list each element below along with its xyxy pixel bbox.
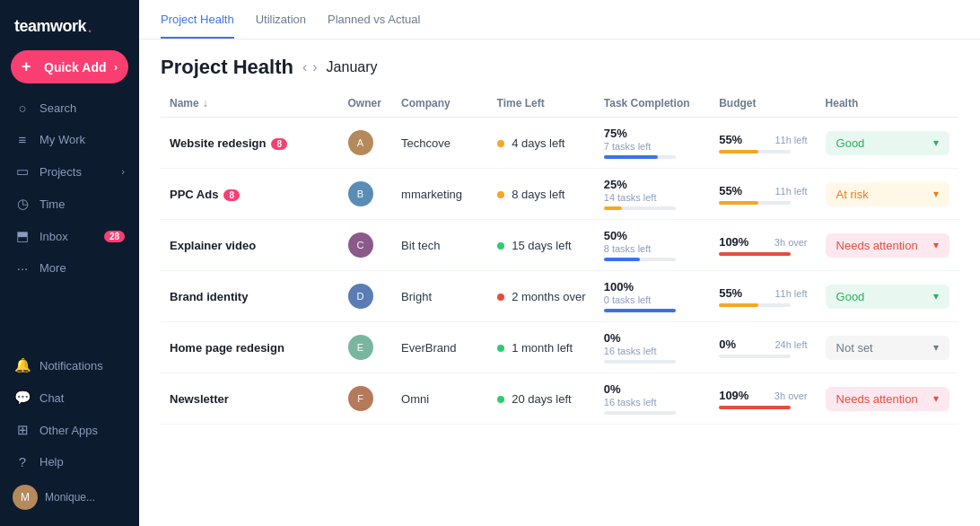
table-row: PPC Ads8 B mmarketing 8 days left 25% 14… [161, 169, 958, 220]
task-bar-fill [604, 206, 622, 210]
cell-owner: B [339, 169, 393, 220]
cell-name: PPC Ads8 [161, 169, 339, 220]
avatar: F [348, 386, 373, 411]
table-row: Brand identity D Bright 2 months over 10… [161, 271, 958, 322]
col-header-name[interactable]: Name↓ [161, 90, 339, 118]
task-sub: 14 tasks left [604, 192, 701, 203]
cell-owner: E [339, 322, 393, 373]
quick-add-button[interactable]: + Quick Add › [11, 50, 128, 83]
sidebar-item-label: More [39, 261, 66, 275]
avatar: B [348, 181, 373, 206]
sidebar-bottom: 🔔 Notifications 💬 Chat ⊞ Other Apps ? He… [0, 349, 139, 526]
sidebar-item-my-work[interactable]: ≡ My Work [0, 124, 139, 155]
table-body: Website redesign8 A Techcove 4 days left… [161, 118, 958, 425]
health-chevron-icon: ▾ [933, 188, 939, 200]
health-label: Not set [836, 341, 873, 355]
health-badge[interactable]: At risk ▾ [826, 182, 949, 206]
cell-owner: D [339, 271, 393, 322]
project-name: Home page redesign [170, 341, 284, 355]
sidebar-item-projects[interactable]: ▭ Projects › [0, 155, 139, 188]
col-header-health[interactable]: Health [817, 90, 958, 118]
sidebar-item-chat[interactable]: 💬 Chat [0, 381, 139, 414]
task-pct: 75% [604, 127, 701, 140]
my-work-icon: ≡ [14, 132, 31, 147]
user-name: Monique... [45, 491, 95, 504]
health-label: Needs attention [836, 392, 918, 406]
other-apps-icon: ⊞ [14, 422, 31, 438]
sidebar-item-time[interactable]: ◷ Time [0, 188, 139, 220]
chevron-right-icon: › [121, 166, 125, 177]
sidebar-item-search[interactable]: ○ Search [0, 92, 139, 124]
cell-task-completion: 0% 16 tasks left [595, 373, 710, 425]
health-badge[interactable]: Good ▾ [826, 131, 949, 155]
task-bar-bg [604, 309, 676, 312]
task-sub: 0 tasks left [604, 294, 701, 305]
health-chevron-icon: ▾ [933, 239, 939, 251]
health-label: Needs attention [836, 239, 918, 252]
cell-time-left: 4 days left [488, 118, 595, 169]
sidebar-item-label: Notifications [39, 359, 103, 373]
time-dot [497, 140, 504, 147]
cell-budget: 55% 11h left [710, 271, 816, 322]
task-pct: 25% [604, 178, 701, 191]
col-header-budget[interactable]: Budget [710, 90, 816, 118]
col-header-task-completion[interactable]: Task Completion [595, 90, 710, 118]
health-badge[interactable]: Good ▾ [826, 285, 949, 309]
cell-company: mmarketing [392, 169, 487, 220]
help-icon: ? [14, 454, 31, 469]
month-label: January [327, 59, 378, 75]
health-label: Good [836, 136, 865, 150]
time-left-value: 1 month left [512, 341, 573, 355]
cell-health: At risk ▾ [817, 169, 958, 220]
time-icon: ◷ [14, 196, 31, 212]
sidebar-item-inbox[interactable]: ⬒ Inbox 28 [0, 220, 139, 252]
health-chevron-icon: ▾ [933, 341, 939, 354]
avatar: E [348, 335, 373, 360]
month-nav[interactable]: ‹ › [302, 59, 318, 75]
health-badge[interactable]: Needs attention ▾ [826, 233, 949, 258]
cell-name: Home page redesign [161, 322, 339, 373]
budget-pct: 109% [719, 235, 748, 249]
cell-health: Not set ▾ [817, 322, 958, 373]
top-nav: Project Health Utilization Planned vs Ac… [139, 0, 980, 39]
task-bar-bg [604, 155, 676, 159]
sidebar-item-notifications[interactable]: 🔔 Notifications [0, 349, 139, 381]
search-icon: ○ [14, 101, 31, 116]
user-profile[interactable]: M Monique... [0, 478, 139, 517]
cell-name: Brand identity [161, 271, 339, 322]
sidebar-item-help[interactable]: ? Help [0, 446, 139, 478]
project-table: Name↓ Owner Company Time Left Task Compl… [161, 90, 958, 425]
col-header-time-left[interactable]: Time Left [488, 90, 595, 118]
tab-planned-vs-actual[interactable]: Planned vs Actual [328, 13, 420, 39]
task-pct: 0% [604, 331, 701, 345]
time-dot [497, 242, 504, 250]
health-badge[interactable]: Needs attention ▾ [826, 387, 949, 411]
sidebar-item-label: Other Apps [39, 424, 98, 437]
cell-time-left: 8 days left [488, 169, 595, 220]
cell-company: Techcove [392, 118, 487, 169]
quick-add-label: Quick Add [44, 60, 107, 75]
task-bar-fill [604, 309, 676, 312]
cell-task-completion: 25% 14 tasks left [595, 169, 710, 220]
more-icon: ··· [14, 260, 31, 276]
health-badge[interactable]: Not set ▾ [826, 336, 949, 360]
health-chevron-icon: ▾ [933, 136, 939, 149]
task-sub: 7 tasks left [604, 141, 701, 152]
table-row: Explainer video C Bit tech 15 days left … [161, 220, 958, 271]
sidebar-item-label: My Work [39, 133, 85, 146]
next-month-icon[interactable]: › [312, 59, 317, 75]
cell-budget: 55% 11h left [710, 118, 816, 169]
sidebar-item-more[interactable]: ··· More [0, 252, 139, 284]
prev-month-icon[interactable]: ‹ [302, 59, 307, 75]
task-pct: 100% [604, 280, 701, 294]
budget-pct: 109% [719, 389, 748, 402]
tab-utilization[interactable]: Utilization [256, 13, 306, 39]
sidebar-item-other-apps[interactable]: ⊞ Other Apps [0, 414, 139, 446]
cell-health: Needs attention ▾ [817, 220, 958, 271]
col-header-owner[interactable]: Owner [339, 90, 393, 118]
cell-owner: F [339, 373, 393, 425]
tab-project-health[interactable]: Project Health [161, 13, 234, 39]
cell-budget: 0% 24h left [710, 322, 816, 373]
col-header-company[interactable]: Company [392, 90, 487, 118]
cell-company: Bright [392, 271, 487, 322]
